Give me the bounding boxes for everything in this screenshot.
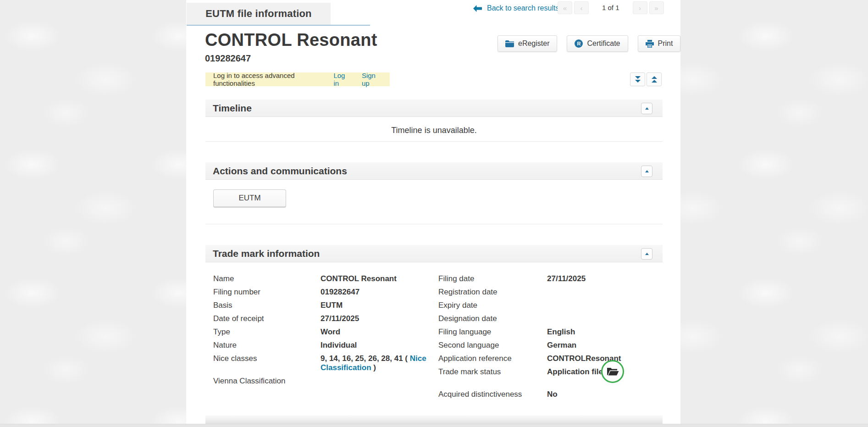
field-value: 27/11/2025 [321,314,438,323]
next-page-button[interactable]: › [633,1,647,14]
timeline-unavailable-message: Timeline is unavailable. [205,117,663,135]
caret-up-icon [645,107,649,110]
field-value: CONTROL Resonant [321,274,438,283]
field-value: German [547,341,677,350]
field-row-application-reference: Application reference CONTROLResonant [438,354,677,363]
certificate-button[interactable]: R Certificate [567,35,628,52]
next-section-header-partial [205,415,663,424]
trademark-name-title: CONTROL Resonant [205,30,377,50]
actions-communications-section: Actions and communications EUTM [205,162,663,224]
field-row-filing-date: Filing date 27/11/2025 [438,274,677,283]
trademark-right-column: Filing date 27/11/2025 Registration date… [438,274,677,403]
field-label: Application reference [438,354,547,363]
tab-eutm-file-information[interactable]: EUTM file information [187,3,331,25]
field-row-nice-classes: Nice classes 9, 14, 16, 25, 26, 28, 41 (… [213,354,438,372]
field-row-name: Name CONTROL Resonant [213,274,438,283]
trademark-collapse-button[interactable] [641,248,652,260]
field-value: Word [321,327,438,337]
collapse-all-sections-button[interactable] [647,72,662,86]
field-value: English [547,327,677,337]
field-row-trademark-status: Trade mark status Application filed [438,367,677,377]
field-label: Filing language [438,327,547,337]
open-folder-green-circle-icon [601,360,624,383]
registered-mark-icon: R [575,39,583,48]
field-row-expiry-date: Expiry date [438,301,677,310]
field-value: 019282647 [321,288,438,297]
first-page-button[interactable]: « [558,1,572,14]
field-row-nature: Nature Individual [213,341,438,350]
field-label: Date of receipt [213,314,321,323]
field-row-acquired-distinctiveness: Acquired distinctiveness No [438,390,677,399]
timeline-collapse-button[interactable] [641,103,652,114]
field-label: Nature [213,341,321,350]
field-label: Registration date [438,288,547,297]
field-row-filing-language: Filing language English [438,327,677,337]
printer-icon [646,40,654,48]
actions-collapse-button[interactable] [641,166,652,177]
field-value [547,288,677,297]
signup-link[interactable]: Sign up [362,72,382,87]
login-banner-message: Log in to access advanced functionalitie… [213,72,321,87]
field-row-date-of-receipt: Date of receipt 27/11/2025 [213,314,438,323]
field-value: No [547,390,677,399]
field-label: Filing date [438,274,547,283]
field-row-basis: Basis EUTM [213,301,438,310]
expand-collapse-controls [630,72,662,86]
print-button[interactable]: Print [638,35,681,52]
caret-up-icon [645,253,649,255]
field-value [321,377,438,386]
certificate-label: Certificate [587,39,620,48]
trademark-section-title: Trade mark information [213,248,320,259]
field-row-second-language: Second language German [438,341,677,350]
trademark-information-section: Trade mark information Name CONTROL Reso… [205,245,663,424]
actions-section-header: Actions and communications [205,162,663,180]
page-content: EUTM file information Back to search res… [186,0,680,427]
field-row-registration-date: Registration date [438,288,677,297]
back-to-search-results-link[interactable]: Back to search results [473,4,559,12]
trademark-section-header: Trade mark information [205,245,663,262]
field-row-filing-number: Filing number 019282647 [213,288,438,297]
field-value [547,301,677,310]
field-label: Basis [213,301,321,310]
field-label: Acquired distinctiveness [438,390,547,399]
eutm-tab-button[interactable]: EUTM [213,189,286,208]
field-row-designation-date: Designation date [438,314,677,323]
folder-icon [505,40,514,47]
field-label: Nice classes [213,354,321,372]
result-pager: « ‹ 1 of 1 › » [558,1,664,14]
tab-underline [187,25,370,26]
field-label: Filing number [213,288,321,297]
eregister-button[interactable]: eRegister [498,35,557,52]
field-label: Designation date [438,314,547,323]
caret-up-icon [645,170,649,172]
bottom-page-edge [0,424,868,427]
eregister-label: eRegister [518,39,549,48]
field-value: 9, 14, 16, 25, 26, 28, 41 ( Nice Classif… [321,354,438,372]
field-value [547,314,677,323]
field-value: 27/11/2025 [547,274,677,283]
field-row-vienna-classification: Vienna Classification [213,377,438,386]
last-page-button[interactable]: » [649,1,664,14]
back-arrow-icon [473,5,482,12]
trademark-left-column: Name CONTROL Resonant Filing number 0192… [213,274,438,390]
field-row-type: Type Word [213,327,438,337]
field-label: Vienna Classification [213,377,321,386]
field-value: Individual [321,341,438,350]
double-chevron-up-icon [652,76,657,79]
login-banner: Log in to access advanced functionalitie… [205,72,390,86]
field-label: Second language [438,341,547,350]
application-number: 019282647 [205,53,251,64]
field-label: Type [213,327,321,337]
field-label: Expiry date [438,301,547,310]
timeline-section: Timeline Timeline is unavailable. [205,100,663,142]
field-value: EUTM [321,301,438,310]
previous-page-button[interactable]: ‹ [574,1,589,14]
field-label: Name [213,274,321,283]
print-label: Print [658,39,673,48]
page-count-label: 1 of 1 [602,1,619,14]
header-action-buttons: eRegister R Certificate Print [498,35,680,52]
expand-all-sections-button[interactable] [630,72,645,86]
field-label: Trade mark status [438,367,547,377]
login-link[interactable]: Log in [333,72,349,87]
actions-section-title: Actions and communications [213,166,347,177]
